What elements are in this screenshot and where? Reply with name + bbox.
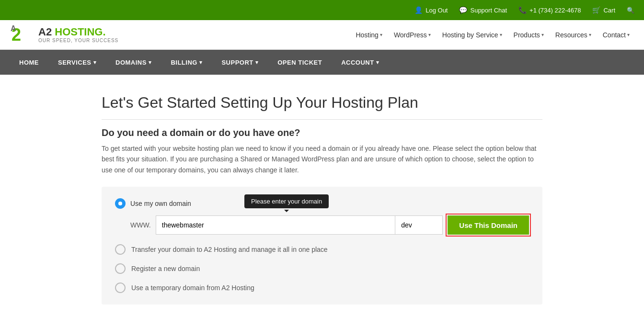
nav-item-contact[interactable]: Contact ▾ xyxy=(598,27,634,43)
own-domain-radio[interactable] xyxy=(115,198,126,209)
logo-subtitle: OUR SPEED, YOUR SUCCESS xyxy=(38,38,118,43)
phone-icon: 📞 xyxy=(518,6,527,14)
transfer-domain-label: Transfer your domain to A2 Hosting and m… xyxy=(131,246,328,253)
top-bar: 👤 Log Out 💬 Support Chat 📞 +1 (734) 222-… xyxy=(0,0,644,20)
domain-input-row: WWW. Please enter your domain Use This D… xyxy=(115,215,529,235)
nav-bar: 2 A A2 HOSTING. OUR SPEED, YOUR SUCCESS … xyxy=(0,20,644,50)
chevron-down-icon: ▾ xyxy=(93,59,97,66)
www-label: WWW. xyxy=(115,221,156,229)
nav-item-products[interactable]: Products ▾ xyxy=(509,27,549,43)
chevron-down-icon: ▾ xyxy=(500,32,502,37)
logo-title: A2 HOSTING. xyxy=(38,26,118,38)
support-chat-label: Support Chat xyxy=(470,7,507,14)
transfer-domain-radio[interactable] xyxy=(115,244,126,255)
register-domain-option[interactable]: Register a new domain xyxy=(115,263,529,274)
domain-panel: Use my own domain WWW. Please enter your… xyxy=(102,187,542,305)
logo[interactable]: 2 A A2 HOSTING. OUR SPEED, YOUR SUCCESS xyxy=(10,23,118,47)
secnav-support[interactable]: SUPPORT ▾ xyxy=(212,50,268,75)
chevron-down-icon: ▾ xyxy=(541,32,544,37)
phone-link[interactable]: 📞 +1 (734) 222-4678 xyxy=(518,6,581,14)
nav-item-resources[interactable]: Resources ▾ xyxy=(551,27,596,43)
own-domain-label: Use my own domain xyxy=(130,200,191,207)
domain-input[interactable] xyxy=(156,215,395,235)
register-domain-radio[interactable] xyxy=(115,263,126,274)
chevron-down-icon: ▾ xyxy=(376,59,380,66)
temp-domain-option[interactable]: Use a temporary domain from A2 Hosting xyxy=(115,283,529,293)
temp-domain-radio[interactable] xyxy=(115,283,126,293)
nav-item-hosting-by-service[interactable]: Hosting by Service ▾ xyxy=(437,27,507,43)
secondary-nav: HOME SERVICES ▾ DOMAINS ▾ BILLING ▾ SUPP… xyxy=(0,50,644,75)
section-divider xyxy=(102,119,542,120)
support-chat-link[interactable]: 💬 Support Chat xyxy=(459,6,507,14)
cart-icon: 🛒 xyxy=(592,6,600,14)
chevron-down-icon: ▾ xyxy=(428,32,431,37)
tld-input[interactable] xyxy=(395,215,443,235)
domain-tooltip: Please enter your domain xyxy=(244,194,329,208)
chat-icon: 💬 xyxy=(459,6,467,14)
chevron-down-icon: ▾ xyxy=(627,32,630,37)
other-options: Transfer your domain to A2 Hosting and m… xyxy=(115,244,529,293)
chevron-down-icon: ▾ xyxy=(255,59,259,66)
chevron-down-icon: ▾ xyxy=(149,59,152,66)
register-domain-label: Register a new domain xyxy=(131,265,200,272)
use-domain-button[interactable]: Use This Domain xyxy=(448,215,529,235)
section-description: To get started with your website hosting… xyxy=(102,143,542,175)
secnav-home[interactable]: HOME xyxy=(10,50,48,75)
chevron-down-icon: ▾ xyxy=(380,32,382,37)
section-heading: Do you need a domain or do you have one? xyxy=(102,127,542,138)
secnav-services[interactable]: SERVICES ▾ xyxy=(48,50,106,75)
chevron-down-icon: ▾ xyxy=(589,32,591,37)
transfer-domain-option[interactable]: Transfer your domain to A2 Hosting and m… xyxy=(115,244,529,255)
logout-label: Log Out xyxy=(426,7,448,14)
main-content: Let's Get Started Setting Up Your Hostin… xyxy=(92,94,552,305)
main-nav: Hosting ▾ WordPress ▾ Hosting by Service… xyxy=(138,27,634,43)
search-icon[interactable]: 🔍 xyxy=(627,7,634,14)
logo-icon: 2 A xyxy=(10,23,34,47)
user-icon: 👤 xyxy=(414,6,423,14)
nav-item-hosting[interactable]: Hosting ▾ xyxy=(351,27,387,43)
logout-link[interactable]: 👤 Log Out xyxy=(414,6,448,14)
chevron-down-icon: ▾ xyxy=(199,59,203,66)
secnav-domains[interactable]: DOMAINS ▾ xyxy=(106,50,161,75)
page-title: Let's Get Started Setting Up Your Hostin… xyxy=(102,94,542,112)
temp-domain-label: Use a temporary domain from A2 Hosting xyxy=(131,284,254,292)
secnav-open-ticket[interactable]: OPEN TICKET xyxy=(268,50,332,75)
nav-item-wordpress[interactable]: WordPress ▾ xyxy=(389,27,436,43)
svg-text:A: A xyxy=(11,24,16,33)
cart-link[interactable]: 🛒 Cart xyxy=(592,6,615,14)
secnav-account[interactable]: ACCOUNT ▾ xyxy=(332,50,389,75)
phone-label: +1 (734) 222-4678 xyxy=(529,7,581,14)
logo-text: A2 HOSTING. OUR SPEED, YOUR SUCCESS xyxy=(38,26,118,43)
cart-label: Cart xyxy=(603,7,615,14)
secnav-billing[interactable]: BILLING ▾ xyxy=(161,50,212,75)
